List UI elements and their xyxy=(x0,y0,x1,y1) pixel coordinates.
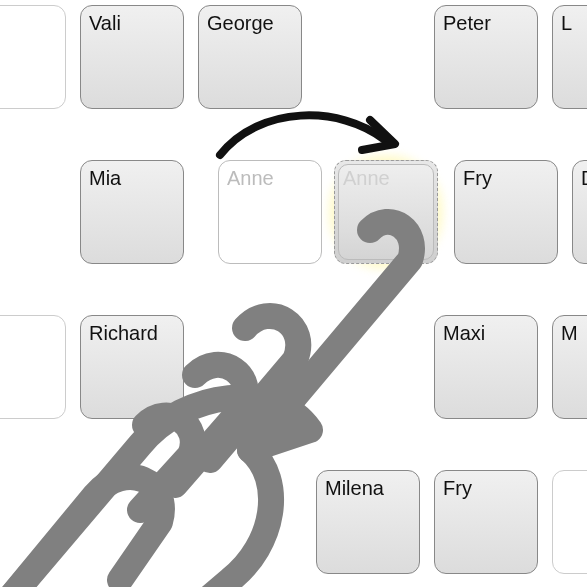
tile-label: M xyxy=(561,322,578,344)
tile-richard[interactable]: Richard xyxy=(80,315,184,419)
tile-label: George xyxy=(207,12,274,34)
tile-partial[interactable]: L xyxy=(552,5,587,109)
tile-empty[interactable] xyxy=(0,315,66,419)
tile-peter[interactable]: Peter xyxy=(434,5,538,109)
tile-milena[interactable]: Milena xyxy=(316,470,420,574)
tile-mia[interactable]: Mia xyxy=(80,160,184,264)
tile-label: Fry xyxy=(443,477,472,499)
tile-fry[interactable]: Fry xyxy=(454,160,558,264)
tile-maxi[interactable]: Maxi xyxy=(434,315,538,419)
tile-label: Mia xyxy=(89,167,121,189)
tile-label: Vali xyxy=(89,12,121,34)
tile-label: Anne xyxy=(343,167,390,189)
tile-label: Anne xyxy=(227,167,274,189)
tile-label: L xyxy=(561,12,572,34)
tile-label: Fry xyxy=(463,167,492,189)
tile-label: Richard xyxy=(89,322,158,344)
tile-fry-2[interactable]: Fry xyxy=(434,470,538,574)
tile-label: Milena xyxy=(325,477,384,499)
tile-partial[interactable]: M xyxy=(552,315,587,419)
tile-ghost-source[interactable]: Anne xyxy=(218,160,322,264)
tile-partial[interactable]: D xyxy=(572,160,587,264)
tile-label: D xyxy=(581,167,587,189)
tile-vali[interactable]: Vali xyxy=(80,5,184,109)
tile-label: Maxi xyxy=(443,322,485,344)
tile-empty[interactable] xyxy=(0,5,66,109)
tile-empty[interactable] xyxy=(552,470,587,574)
seating-grid: Vali George Peter L Mia Anne Anne Fry D … xyxy=(0,0,587,587)
tile-drop-target[interactable]: Anne xyxy=(334,160,438,264)
tile-label: Peter xyxy=(443,12,491,34)
tile-george[interactable]: George xyxy=(198,5,302,109)
